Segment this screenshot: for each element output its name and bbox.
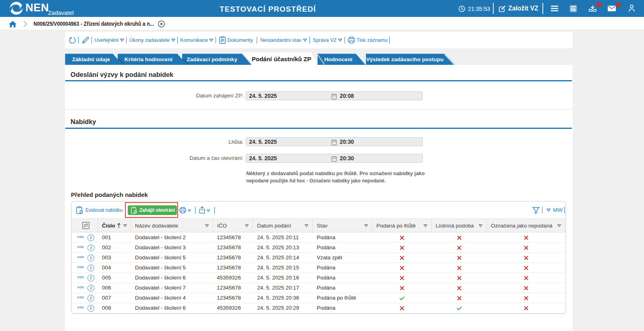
svg-text:Základní údaje: Základní údaje	[72, 56, 110, 62]
svg-text:Výsledek zadávacího postupu: Výsledek zadávacího postupu	[366, 56, 443, 62]
svg-text:Podání účastníků ZP: Podání účastníků ZP	[252, 56, 312, 62]
svg-text:Kritéria hodnocení: Kritéria hodnocení	[125, 56, 173, 62]
svg-text:Zadávací podmínky: Zadávací podmínky	[187, 56, 237, 62]
svg-text:Hodnocení: Hodnocení	[324, 56, 353, 62]
